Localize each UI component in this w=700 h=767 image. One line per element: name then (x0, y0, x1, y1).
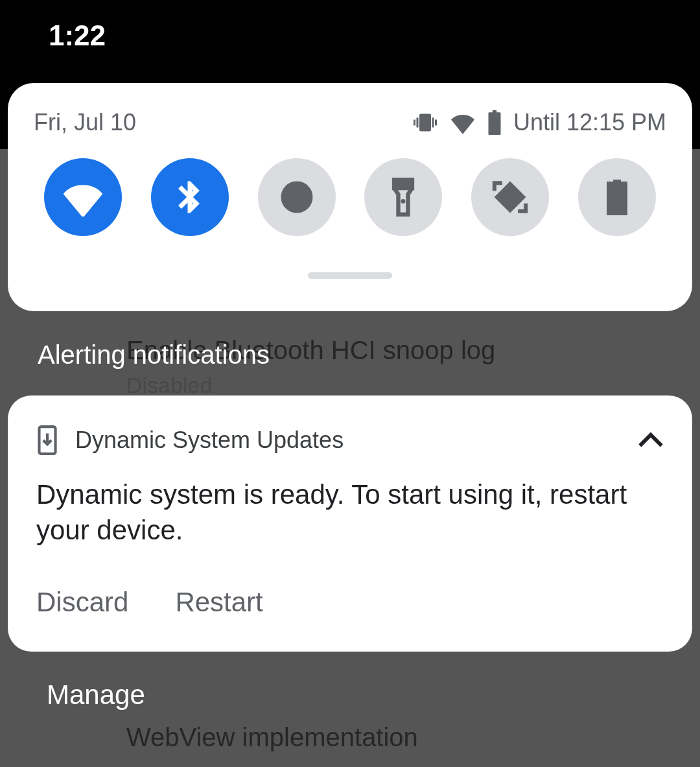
bg-setting-sub: Disabled (126, 373, 212, 398)
discard-button[interactable]: Discard (36, 587, 128, 618)
battery-saver-icon (606, 179, 628, 215)
qs-tile-bluetooth[interactable] (151, 158, 229, 236)
svg-rect-5 (613, 180, 621, 183)
dnd-icon (279, 179, 315, 215)
wifi-status-icon (450, 111, 476, 134)
bluetooth-icon (172, 179, 208, 215)
qs-tile-rotate[interactable] (471, 158, 549, 236)
status-time: 1:22 (49, 19, 106, 52)
system-update-icon (36, 425, 58, 455)
flashlight-icon (391, 178, 415, 217)
notification-actions: Discard Restart (36, 587, 664, 618)
qs-header: Fri, Jul 10 Until 12:15 PM (34, 109, 666, 136)
status-bar: 1:22 (0, 0, 700, 71)
bg-setting-title: WebView implementation (126, 723, 418, 752)
vibrate-icon (412, 111, 438, 134)
restart-button[interactable]: Restart (175, 587, 262, 618)
qs-tile-dnd[interactable] (258, 158, 336, 236)
battery-status-icon (487, 110, 502, 135)
notification-app-name: Dynamic System Updates (75, 427, 621, 454)
chevron-up-icon[interactable] (638, 432, 664, 449)
qs-tile-wifi[interactable] (44, 158, 122, 236)
svg-rect-2 (394, 180, 412, 188)
qs-date[interactable]: Fri, Jul 10 (34, 109, 136, 136)
manage-button[interactable]: Manage (47, 679, 145, 711)
qs-tile-flashlight[interactable] (364, 158, 442, 236)
notification-message: Dynamic system is ready. To start using … (36, 477, 664, 548)
notifications-section-label: Alerting notifications (38, 340, 270, 370)
qs-drag-handle[interactable] (308, 272, 392, 279)
qs-status-icons: Until 12:15 PM (412, 109, 666, 136)
auto-rotate-icon (491, 178, 529, 216)
qs-tile-battery-saver[interactable] (578, 158, 656, 236)
wifi-icon (64, 178, 102, 217)
quick-settings-panel[interactable]: Fri, Jul 10 Until 12:15 PM (8, 83, 692, 311)
svg-point-3 (401, 199, 406, 204)
qs-tiles (34, 158, 666, 236)
notification-card[interactable]: Dynamic System Updates Dynamic system is… (8, 395, 692, 652)
alarm-label[interactable]: Until 12:15 PM (513, 109, 666, 136)
notification-header: Dynamic System Updates (36, 425, 664, 455)
